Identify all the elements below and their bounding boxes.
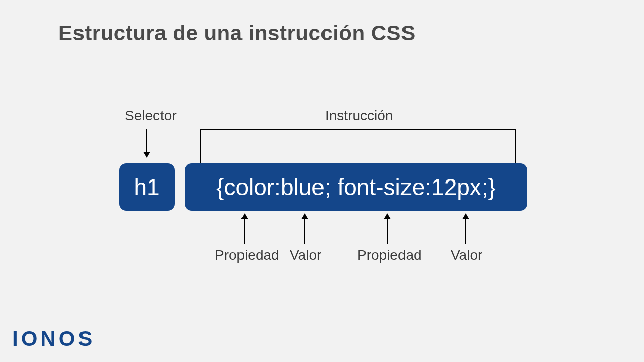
- label-selector: Selector: [125, 108, 177, 124]
- arrow-property-2: [387, 214, 388, 244]
- code-instruction-box: {color:blue; font-size:12px;}: [185, 163, 527, 211]
- code-selector-box: h1: [119, 163, 175, 211]
- brand-logo: IONOS: [12, 327, 95, 351]
- bracket-instruction: [200, 129, 516, 166]
- arrow-selector: [146, 129, 147, 157]
- page-title: Estructura de una instrucción CSS: [58, 21, 416, 45]
- code-instruction-text: {color:blue; font-size:12px;}: [216, 173, 496, 201]
- arrow-value-2: [465, 214, 466, 244]
- label-property-1: Propiedad: [215, 247, 279, 263]
- arrow-property-1: [244, 214, 245, 244]
- arrow-value-1: [304, 214, 305, 244]
- label-instruction: Instrucción: [325, 108, 393, 124]
- label-value-1: Valor: [290, 247, 321, 263]
- code-selector-text: h1: [134, 173, 159, 201]
- label-property-2: Propiedad: [357, 247, 422, 263]
- label-value-2: Valor: [451, 247, 482, 263]
